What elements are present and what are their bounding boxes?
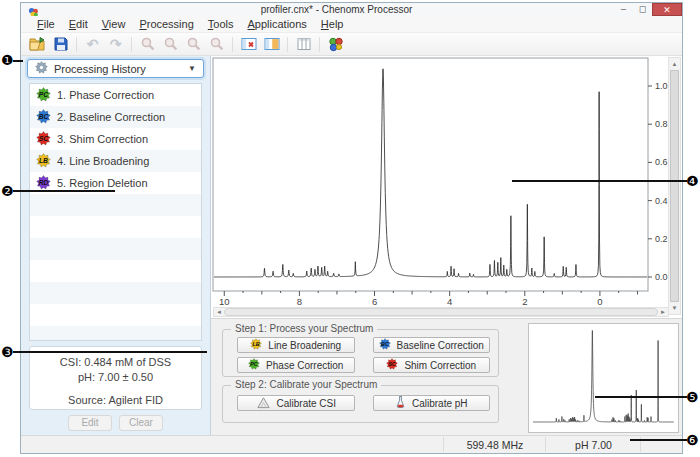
lb-gear-icon: LB [250, 338, 262, 352]
chevron-down-icon: ▼ [188, 64, 196, 73]
toolbar-separator [76, 37, 77, 52]
callout-2: ❷ [1, 185, 14, 198]
button-label: Calibrate pH [412, 398, 468, 409]
menu-item-applications[interactable]: Applications [240, 17, 313, 31]
svg-text:0.0: 0.0 [655, 272, 668, 282]
history-empty-row [30, 194, 201, 216]
callout-3: ❸ [1, 346, 14, 359]
rd-gear-icon: RD [36, 175, 51, 192]
menu-item-help[interactable]: Help [314, 17, 351, 31]
magnifier-tool-3-icon [183, 35, 204, 54]
thumbnail-panel [521, 319, 682, 435]
history-item-label: 3. Shim Correction [57, 133, 148, 145]
bottom-panels: Step 1: Process your Spectrum LBLine Bro… [211, 318, 682, 435]
sidebar: Processing History ▼ PC1. Phase Correcti… [21, 56, 211, 435]
columns-icon[interactable] [293, 35, 314, 54]
magnifier-tool-2-icon [160, 35, 181, 54]
svg-text:8: 8 [297, 296, 302, 307]
scroll-left-icon[interactable]: ◄ [214, 308, 224, 316]
svg-text:BC: BC [39, 112, 49, 119]
menu-item-processing[interactable]: Processing [132, 17, 200, 31]
button-label: Phase Correction [266, 360, 343, 371]
content-area: Processing History ▼ PC1. Phase Correcti… [21, 56, 682, 435]
processing-history-label: Processing History [54, 63, 146, 75]
spectrum-plot[interactable]: 10864200.00.20.40.60.81.0 [211, 56, 684, 318]
svg-text:4: 4 [447, 296, 452, 307]
bc-gear-icon: BC [36, 109, 51, 126]
menu-item-file[interactable]: File [30, 17, 62, 31]
horizontal-scroll-thumb[interactable] [224, 308, 658, 316]
bc-gear-icon: BC [379, 338, 391, 352]
svg-text:10: 10 [219, 296, 230, 307]
callout-2-line [13, 190, 115, 192]
callout-4: ❹ [686, 175, 699, 188]
molecule-icon[interactable] [325, 35, 346, 54]
menu-item-tools[interactable]: Tools [201, 17, 241, 31]
tool-bar: ↶↷ [21, 33, 682, 56]
split-view-icon[interactable] [261, 35, 282, 54]
line-broadening-button[interactable]: LBLine Broadening [237, 337, 355, 353]
callout-1-line [13, 60, 23, 62]
steps-panel: Step 1: Process your Spectrum LBLine Bro… [211, 319, 521, 435]
pc-gear-icon: PC [36, 87, 51, 104]
status-ph: pH 7.00 [545, 437, 641, 452]
callout-4-line [512, 180, 687, 182]
callout-5-line [595, 396, 687, 398]
phase-correction-button[interactable]: PCPhase Correction [237, 357, 355, 373]
scroll-right-icon[interactable]: ► [658, 308, 668, 316]
history-empty-row [30, 326, 201, 341]
history-item-4[interactable]: LB4. Line Broadening [30, 150, 201, 172]
calibrate-csi-button[interactable]: Calibrate CSI [237, 395, 355, 411]
svg-text:1.0: 1.0 [655, 81, 668, 91]
history-item-label: 2. Baseline Correction [57, 111, 165, 123]
svg-text:0.6: 0.6 [655, 157, 668, 167]
button-label: Shim Correction [404, 360, 476, 371]
ph-value: pH: 7.00 ± 0.50 [30, 370, 201, 385]
status-bar: 599.48 MHz pH 7.00 [21, 435, 682, 453]
triangle-peak-icon [256, 396, 271, 411]
button-label: Calibrate CSI [277, 398, 336, 409]
scroll-down-icon[interactable]: ▼ [669, 302, 680, 314]
svg-text:PC: PC [250, 361, 258, 367]
button-label: Baseline Correction [397, 340, 484, 351]
history-item-2[interactable]: BC2. Baseline Correction [30, 106, 201, 128]
vertical-scroll-thumb[interactable] [670, 70, 679, 302]
sc-gear-icon: SC [386, 358, 398, 372]
open-icon[interactable] [27, 35, 48, 54]
history-item-3[interactable]: SC3. Shim Correction [30, 128, 201, 150]
maximize-button[interactable]: ◻ [633, 3, 652, 16]
callout-6-line [630, 439, 687, 441]
close-view-icon[interactable] [238, 35, 259, 54]
step1-title: Step 1: Process your Spectrum [231, 323, 377, 334]
history-empty-row [30, 282, 201, 304]
step2-groupbox: Step 2: Calibrate your Spectrum Calibrat… [222, 385, 499, 423]
callout-3-line [13, 351, 207, 353]
spectrum-plot-panel[interactable]: 10864200.00.20.40.60.81.0 ▲ ▼ ◄ ► [211, 56, 682, 318]
toolbar-separator [319, 37, 320, 52]
close-button[interactable]: ✕ [652, 3, 682, 16]
svg-text:PC: PC [39, 90, 49, 97]
lb-gear-icon: LB [36, 153, 51, 170]
save-icon[interactable] [50, 35, 71, 54]
edit-button[interactable]: Edit [68, 415, 112, 431]
shim-correction-button[interactable]: SCShim Correction [373, 357, 491, 373]
menu-item-view[interactable]: View [95, 17, 133, 31]
app-window: profiler.cnx* - Chenomx Processor – ◻ ✕ … [20, 2, 683, 454]
svg-text:0.2: 0.2 [655, 234, 668, 244]
spectrum-thumbnail[interactable] [528, 323, 679, 433]
horizontal-scrollbar[interactable]: ◄ ► [213, 307, 669, 317]
clear-button[interactable]: Clear [119, 415, 163, 431]
title-bar[interactable]: profiler.cnx* - Chenomx Processor – ◻ ✕ [21, 3, 682, 16]
history-item-1[interactable]: PC1. Phase Correction [30, 84, 201, 106]
csi-value: CSI: 0.484 mM of DSS [30, 355, 201, 370]
svg-text:LB: LB [39, 156, 48, 163]
magnifier-tool-4-icon [206, 35, 227, 54]
processing-history-dropdown[interactable]: Processing History ▼ [27, 59, 204, 78]
scroll-up-icon[interactable]: ▲ [669, 58, 680, 70]
minimize-button[interactable]: – [614, 3, 633, 16]
main-area: 10864200.00.20.40.60.81.0 ▲ ▼ ◄ ► [211, 56, 682, 435]
menu-item-edit[interactable]: Edit [62, 17, 95, 31]
vertical-scrollbar[interactable]: ▲ ▼ [668, 57, 681, 315]
calibrate-ph-button[interactable]: Calibrate pH [373, 395, 491, 411]
baseline-correction-button[interactable]: BCBaseline Correction [373, 337, 491, 353]
